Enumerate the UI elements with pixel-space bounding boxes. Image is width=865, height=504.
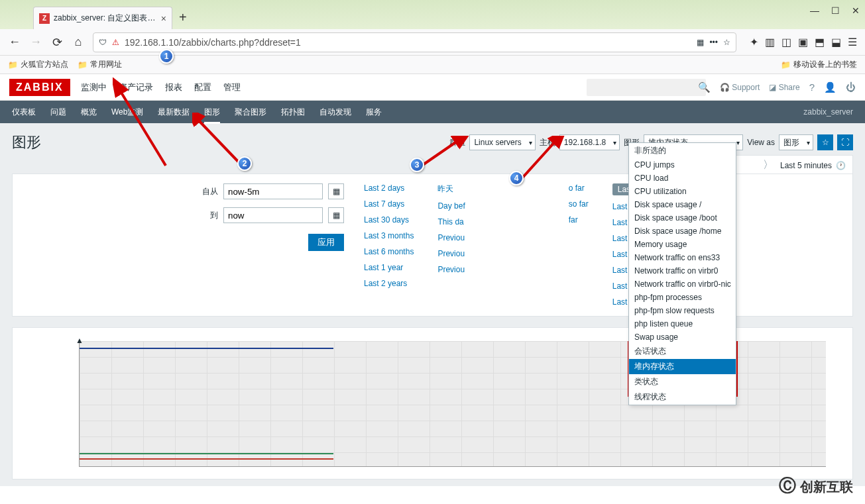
minimize-icon[interactable]: — xyxy=(810,5,819,16)
forward-icon[interactable]: → xyxy=(29,35,42,49)
dropdown-option[interactable]: Swap usage xyxy=(629,330,736,344)
time-preset[interactable]: o far xyxy=(569,183,589,193)
time-preset[interactable]: Last 6 months xyxy=(364,247,414,256)
time-preset[interactable]: Last 7 days xyxy=(364,199,414,209)
user-icon[interactable]: 👤 xyxy=(824,81,836,93)
mobile-bookmarks[interactable]: 📁 移动设备上的书签 xyxy=(781,59,857,70)
dropdown-option[interactable]: php listen queue xyxy=(629,317,736,330)
subnav-maps[interactable]: 拓扑图 xyxy=(281,107,305,118)
ext3-icon[interactable]: ⬓ xyxy=(831,36,841,48)
dropdown-option[interactable]: 堆内存状态 xyxy=(629,359,736,374)
bookmark-star-icon[interactable]: ☆ xyxy=(723,38,730,47)
reader-icon[interactable]: ▦ xyxy=(697,38,704,47)
support-link[interactable]: 🎧 Support xyxy=(720,83,760,92)
time-preset[interactable]: Previou xyxy=(437,233,465,242)
menu-icon[interactable]: ☰ xyxy=(848,36,857,48)
puzzle-icon[interactable]: ✦ xyxy=(750,36,758,48)
dropdown-option[interactable]: Network traffic on virbr0-nic xyxy=(629,277,736,291)
browser-tab-strip: Z zabbix_server: 自定义图表 [堆 × + — ☐ ✕ xyxy=(0,0,865,29)
nav-config[interactable]: 配置 xyxy=(194,81,211,93)
close-window-icon[interactable]: ✕ xyxy=(852,5,860,16)
dropdown-option[interactable]: php-fpm slow requests xyxy=(629,304,736,317)
address-bar[interactable]: 🛡 ⚠ 192.168.1.10/zabbix/charts.php?ddres… xyxy=(93,32,736,52)
svg-line-2 xyxy=(419,140,459,168)
dropdown-option[interactable]: Disk space usage / xyxy=(629,198,736,211)
annotation-badge-1: 1 xyxy=(159,49,174,64)
from-input[interactable] xyxy=(223,183,323,199)
search-input[interactable] xyxy=(587,79,706,96)
dropdown-option[interactable]: Network traffic on virbr0 xyxy=(629,264,736,277)
time-preset[interactable]: Previou xyxy=(437,265,465,274)
subnav-services[interactable]: 服务 xyxy=(366,107,382,118)
graph-dropdown[interactable]: 非所选的CPU jumpsCPU loadCPU utilizationDisk… xyxy=(628,142,736,405)
dropdown-option[interactable]: CPU utilization xyxy=(629,185,736,198)
home-icon[interactable]: ⌂ xyxy=(72,35,85,49)
svg-line-0 xyxy=(119,89,166,166)
dropdown-option[interactable]: 线程状态 xyxy=(629,389,736,405)
dropdown-option[interactable]: Disk space usage /home xyxy=(629,225,736,238)
subnav-discovery[interactable]: 自动发现 xyxy=(319,107,351,118)
back-icon[interactable]: ← xyxy=(8,35,21,49)
dropdown-option[interactable]: Network traffic on ens33 xyxy=(629,251,736,264)
help-icon[interactable]: ? xyxy=(809,81,815,93)
dropdown-option[interactable]: 会话状态 xyxy=(629,344,736,359)
new-tab-button[interactable]: + xyxy=(179,10,187,29)
favorite-button[interactable]: ☆ xyxy=(817,134,833,150)
time-preset[interactable]: Last 3 months xyxy=(364,231,414,240)
bookmark-folder[interactable]: 📁 火狐官方站点 xyxy=(8,59,68,70)
maximize-icon[interactable]: ☐ xyxy=(831,5,840,16)
time-preset[interactable]: Last 30 days xyxy=(364,215,414,225)
apply-button[interactable]: 应用 xyxy=(308,234,344,251)
logout-icon[interactable]: ⏻ xyxy=(846,81,856,93)
reload-icon[interactable]: ⟳ xyxy=(50,35,64,50)
library-icon[interactable]: ▥ xyxy=(765,36,775,48)
close-icon[interactable]: × xyxy=(161,13,166,24)
more-icon[interactable]: ••• xyxy=(709,38,718,47)
sidebar-icon[interactable]: ◫ xyxy=(781,36,791,48)
subnav-dashboard[interactable]: 仪表板 xyxy=(12,107,36,118)
time-preset[interactable]: Day bef xyxy=(437,201,465,211)
viewas-label: View as xyxy=(747,138,775,147)
dropdown-option[interactable]: CPU load xyxy=(629,172,736,185)
time-preset[interactable]: Last 2 days xyxy=(364,183,414,193)
subnav-problems[interactable]: 问题 xyxy=(50,107,66,118)
ext1-icon[interactable]: ▣ xyxy=(798,36,808,48)
site-info-icon[interactable]: ⚠ xyxy=(112,38,119,47)
svg-line-3 xyxy=(520,140,557,181)
tab-title: zabbix_server: 自定义图表 [堆 xyxy=(54,13,157,24)
share-link[interactable]: ◪ Share xyxy=(769,83,799,92)
time-preset[interactable]: This da xyxy=(437,217,465,227)
to-input[interactable] xyxy=(223,207,323,223)
zabbix-logo[interactable]: ZABBIX xyxy=(9,79,70,96)
dropdown-option[interactable]: Disk space usage /boot xyxy=(629,211,736,225)
shield-icon[interactable]: 🛡 xyxy=(99,38,107,47)
zabbix-favicon: Z xyxy=(39,13,50,24)
calendar-icon[interactable]: ▦ xyxy=(328,183,344,199)
time-preset[interactable]: 昨天 xyxy=(437,183,465,195)
window-controls: — ☐ ✕ xyxy=(810,5,860,16)
dropdown-option[interactable]: CPU jumps xyxy=(629,158,736,172)
dropdown-option[interactable]: 类状态 xyxy=(629,374,736,389)
subnav-overview[interactable]: 概览 xyxy=(81,107,97,118)
dropdown-option[interactable]: php-fpm processes xyxy=(629,291,736,304)
page-title: 图形 xyxy=(12,132,41,152)
extension-icons: ✦ ▥ ◫ ▣ ⬒ ⬓ ☰ xyxy=(750,36,857,48)
calendar-icon[interactable]: ▦ xyxy=(328,207,344,223)
time-preset[interactable]: Previou xyxy=(437,249,465,258)
browser-tab[interactable]: Z zabbix_server: 自定义图表 [堆 × xyxy=(33,7,172,29)
nav-monitoring[interactable]: 监测中 xyxy=(81,81,107,93)
annotation-badge-3: 3 xyxy=(410,158,424,172)
time-preset[interactable]: Last 1 year xyxy=(364,263,414,272)
viewas-select[interactable]: 图形▾ xyxy=(779,134,813,150)
time-preset[interactable]: so far xyxy=(569,199,589,209)
search-icon[interactable]: 🔍 xyxy=(698,81,711,93)
time-preset[interactable]: far xyxy=(569,215,589,225)
fullscreen-button[interactable]: ⛶ xyxy=(837,134,853,150)
browser-toolbar: ← → ⟳ ⌂ 🛡 ⚠ 192.168.1.10/zabbix/charts.p… xyxy=(0,29,865,56)
dropdown-option[interactable]: 非所选的 xyxy=(629,143,736,158)
nav-admin[interactable]: 管理 xyxy=(223,81,241,93)
time-preset[interactable]: Last 2 years xyxy=(364,279,414,288)
ext2-icon[interactable]: ⬒ xyxy=(815,36,825,48)
dropdown-option[interactable]: Memory usage xyxy=(629,238,736,251)
chevron-right-icon[interactable]: 〉 xyxy=(763,158,774,172)
